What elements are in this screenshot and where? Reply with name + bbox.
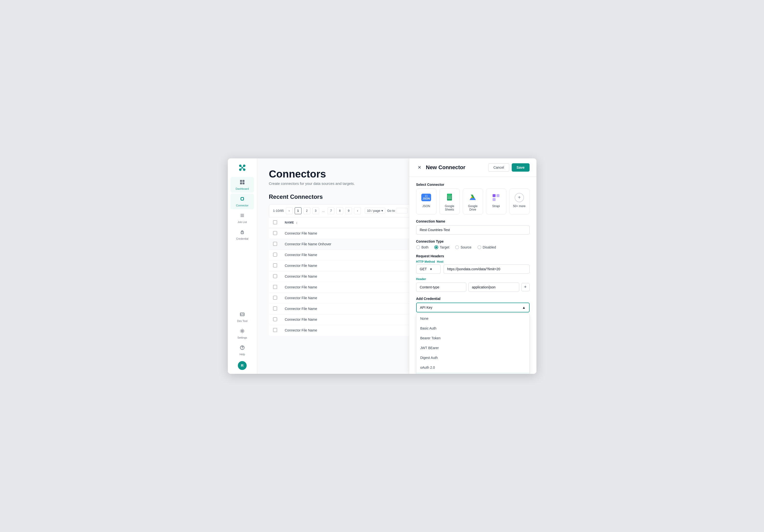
- connector-strapi-label: Strapi: [492, 204, 500, 208]
- svg-rect-27: [492, 194, 495, 197]
- settings-icon: [240, 328, 245, 335]
- goto-field[interactable]: [396, 208, 408, 213]
- connection-name-input[interactable]: [416, 225, 530, 234]
- pagination-page-3[interactable]: 3: [312, 207, 319, 214]
- header-sub-label: Header: [416, 277, 426, 281]
- svg-point-16: [242, 348, 243, 349]
- connector-google-drive[interactable]: Google Drive: [463, 189, 483, 214]
- header-key-input[interactable]: [416, 283, 467, 292]
- cancel-button[interactable]: Cancel: [488, 163, 509, 172]
- radio-both[interactable]: Both: [416, 245, 429, 249]
- row-checkbox[interactable]: [273, 328, 277, 332]
- connection-type-label: Connection Type: [416, 239, 530, 243]
- headers-method-host-row: GET ▾: [416, 264, 530, 274]
- pagination-page-8[interactable]: 8: [336, 207, 343, 214]
- credential-option-bearer-token[interactable]: Bearer Token: [416, 333, 529, 343]
- add-header-button[interactable]: +: [521, 283, 530, 291]
- sidebar-item-connector[interactable]: Connector: [231, 194, 254, 209]
- sidebar-item-credential[interactable]: Credential: [231, 227, 254, 243]
- pagination-prev[interactable]: ‹: [286, 207, 293, 214]
- row-checkbox[interactable]: [273, 274, 277, 278]
- dashboard-icon: [240, 180, 245, 186]
- chevron-up-icon: ▲: [522, 306, 526, 310]
- svg-rect-29: [492, 198, 495, 201]
- sidebar-item-settings[interactable]: Settings: [231, 326, 254, 341]
- pagination-page-1[interactable]: 1: [295, 207, 301, 214]
- host-label: Host: [437, 260, 530, 263]
- add-credential-label: Add Credential: [416, 297, 530, 301]
- radio-source-circle: [455, 245, 459, 249]
- app-window: Dashboard Connector Job List Credential: [228, 158, 536, 374]
- row-checkbox[interactable]: [273, 242, 277, 246]
- svg-rect-19: [447, 196, 452, 196]
- radio-source[interactable]: Source: [455, 245, 471, 249]
- row-checkbox[interactable]: [273, 296, 277, 300]
- header-value-input[interactable]: [468, 283, 519, 292]
- right-panel: ✕ New Connector Cancel Save Select Conne…: [409, 158, 536, 374]
- sidebar: Dashboard Connector Job List Credential: [228, 158, 257, 374]
- app-logo[interactable]: [237, 162, 248, 173]
- select-connector-section: Select Connector { } JSON JSON: [416, 183, 530, 214]
- row-checkbox[interactable]: [273, 263, 277, 267]
- user-avatar[interactable]: R: [238, 361, 247, 370]
- sidebar-item-label-dashboard: Dashboard: [236, 187, 249, 190]
- google-drive-icon: [468, 193, 478, 202]
- connector-more[interactable]: + 50+ more: [509, 189, 530, 214]
- http-method-select[interactable]: GET ▾: [416, 264, 441, 274]
- sidebar-item-dashboard[interactable]: Dashboard: [231, 177, 254, 193]
- sidebar-item-help[interactable]: Help: [231, 342, 254, 358]
- select-all-checkbox[interactable]: [273, 220, 277, 224]
- row-checkbox[interactable]: [273, 231, 277, 235]
- connection-name-section: Connection Name: [416, 219, 530, 234]
- pagination-page-2[interactable]: 2: [303, 207, 310, 214]
- panel-header: ✕ New Connector Cancel Save: [409, 158, 536, 177]
- per-page-select[interactable]: 10 / page ▾: [365, 207, 385, 214]
- save-button[interactable]: Save: [512, 163, 530, 172]
- credential-option-digest-auth[interactable]: Digest Auth: [416, 353, 529, 362]
- sidebar-item-label-joblist: Job List: [238, 220, 247, 223]
- svg-rect-5: [243, 180, 245, 182]
- pagination-page-7[interactable]: 7: [327, 207, 334, 214]
- connector-more-label: 50+ more: [513, 204, 525, 208]
- svg-point-12: [242, 232, 243, 233]
- sidebar-item-label-credential: Credential: [236, 237, 248, 240]
- credential-option-basic-auth[interactable]: Basic Auth: [416, 324, 529, 333]
- help-icon: [240, 345, 245, 352]
- strapi-icon: [491, 193, 501, 202]
- row-checkbox[interactable]: [273, 285, 277, 289]
- panel-title: New Connector: [426, 164, 466, 171]
- close-button[interactable]: ✕: [416, 164, 423, 171]
- credential-select[interactable]: API Key ▲: [416, 303, 530, 313]
- connector-json[interactable]: { } JSON JSON: [416, 189, 437, 214]
- http-method-label: HTTP Method: [416, 260, 435, 263]
- row-checkbox[interactable]: [273, 253, 277, 257]
- credential-option-none[interactable]: None: [416, 314, 529, 324]
- json-icon: { } JSON: [421, 193, 431, 202]
- credential-option-jwt[interactable]: JWT BEarer: [416, 343, 529, 353]
- sort-icon[interactable]: ↓: [296, 221, 297, 224]
- request-headers-label: Request Headers: [416, 254, 530, 258]
- request-headers-section: Request Headers HTTP Method Host GET ▾ H…: [416, 254, 530, 292]
- sidebar-item-label-connector: Connector: [236, 204, 249, 207]
- goto-input: Go to: [387, 208, 408, 213]
- sidebar-item-devtool[interactable]: Dev Tool: [231, 309, 254, 325]
- sidebar-item-joblist[interactable]: Job List: [231, 210, 254, 226]
- credential-icon: [240, 229, 245, 236]
- svg-point-14: [242, 330, 243, 332]
- chevron-down-icon: ▾: [430, 267, 432, 271]
- connector-google-sheets[interactable]: Google Sheets: [440, 189, 460, 214]
- pagination-next[interactable]: ›: [354, 207, 361, 214]
- row-checkbox[interactable]: [273, 307, 277, 311]
- pagination-page-9[interactable]: 9: [345, 207, 352, 214]
- radio-disabled[interactable]: Disabled: [478, 245, 496, 249]
- radio-disabled-circle: [478, 245, 481, 249]
- connection-name-label: Connection Name: [416, 219, 530, 223]
- radio-target[interactable]: Target: [434, 245, 449, 249]
- host-input[interactable]: [444, 264, 530, 274]
- connector-icon: [240, 196, 245, 203]
- credential-option-oauth2[interactable]: oAuth 2.0: [416, 362, 529, 372]
- connector-strapi[interactable]: Strapi: [486, 189, 506, 214]
- row-checkbox[interactable]: [273, 317, 277, 321]
- credential-option-api-key[interactable]: API Key ✓: [416, 372, 529, 374]
- credential-dropdown-menu: None Basic Auth Bearer Token JWT BEarer …: [416, 313, 530, 374]
